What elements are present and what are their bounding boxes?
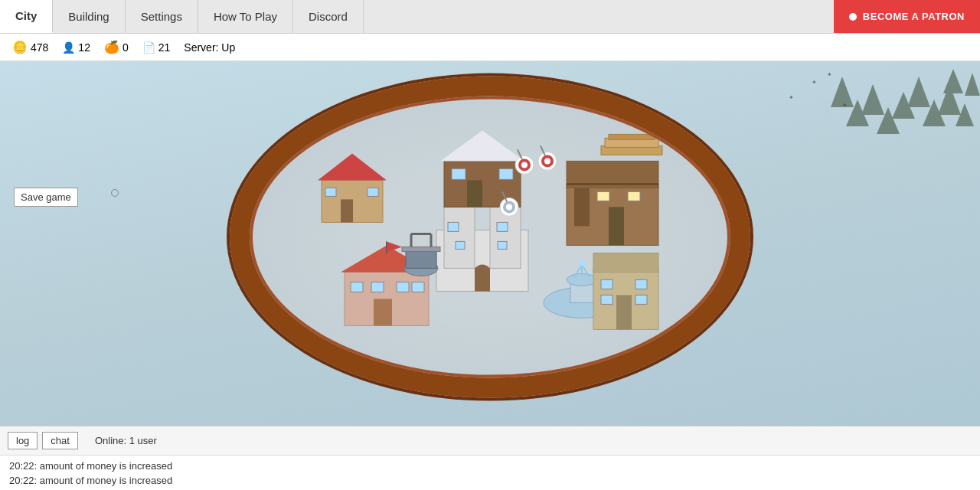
log-area: 20:22: amount of money is increased 20:2… [0, 455, 980, 490]
svg-rect-62 [616, 295, 632, 329]
svg-rect-21 [448, 222, 459, 231]
svg-rect-85 [609, 134, 655, 139]
svg-rect-38 [597, 191, 609, 201]
svg-rect-61 [635, 279, 647, 289]
svg-rect-66 [406, 249, 436, 268]
svg-rect-27 [467, 180, 482, 207]
svg-text:✦: ✦ [827, 71, 832, 78]
svg-rect-53 [371, 282, 384, 292]
nav-howtoplay[interactable]: How To Play [198, 0, 293, 33]
docs-value: 21 [158, 41, 171, 54]
marker-circle [111, 189, 119, 197]
server-label: Server: Up [184, 41, 235, 54]
docs-status: 📄 21 [142, 41, 171, 54]
svg-text:✦: ✦ [842, 102, 848, 109]
svg-marker-9 [965, 73, 980, 96]
svg-rect-54 [397, 282, 409, 292]
people-value: 12 [78, 41, 90, 54]
svg-rect-67 [402, 247, 440, 251]
svg-rect-51 [374, 299, 392, 325]
bg-trees: ✦ ✦ ✦ ✦ [766, 61, 980, 276]
svg-rect-37 [574, 188, 590, 226]
svg-rect-52 [351, 282, 363, 292]
online-info: Online: 1 user [95, 435, 157, 446]
svg-rect-55 [412, 282, 424, 292]
svg-rect-23 [456, 241, 465, 249]
svg-rect-40 [609, 207, 624, 245]
coins-status: 🪙 478 [12, 40, 48, 54]
people-status: 👤 12 [62, 41, 90, 54]
main-nav: City Building Settings How To Play Disco… [0, 0, 980, 34]
patron-label: BECOME A PATRON [863, 11, 965, 22]
svg-point-77 [544, 158, 550, 164]
nav-discord[interactable]: Discord [293, 0, 364, 33]
svg-rect-34 [368, 188, 378, 196]
svg-rect-22 [497, 222, 508, 231]
svg-marker-6 [861, 84, 884, 115]
svg-marker-10 [943, 69, 963, 93]
nav-settings[interactable]: Settings [126, 0, 198, 33]
log-tab-button[interactable]: log [8, 432, 38, 449]
doc-icon: 📄 [142, 41, 155, 54]
svg-rect-32 [341, 199, 353, 222]
log-entry-2: 20:22: amount of money is increased [9, 473, 971, 488]
svg-rect-18 [490, 207, 521, 268]
save-tooltip[interactable]: Save game [14, 188, 78, 207]
patron-icon [849, 13, 857, 21]
svg-point-73 [521, 162, 528, 168]
svg-rect-60 [601, 279, 612, 289]
bottom-bar: log chat Online: 1 user [0, 426, 980, 455]
nav-city[interactable]: City [0, 0, 53, 33]
svg-rect-17 [444, 207, 475, 268]
chat-tab-button[interactable]: chat [42, 432, 78, 449]
person-icon: 👤 [62, 41, 75, 54]
svg-text:✦: ✦ [789, 94, 794, 101]
svg-marker-3 [907, 77, 930, 107]
game-area: ✦ ✦ ✦ ✦ [0, 61, 980, 426]
patron-button[interactable]: BECOME A PATRON [834, 0, 980, 33]
svg-rect-64 [635, 295, 647, 304]
svg-point-48 [579, 260, 585, 266]
svg-rect-59 [593, 253, 658, 272]
coins-value: 478 [31, 41, 48, 54]
svg-rect-39 [628, 191, 640, 201]
log-entry-1: 20:22: amount of money is increased [9, 459, 971, 473]
nav-building[interactable]: Building [53, 0, 125, 33]
city-buildings [245, 92, 735, 383]
oranges-status: 🍊 0 [104, 40, 129, 54]
coin-icon: 🪙 [12, 40, 28, 54]
svg-rect-29 [499, 168, 513, 179]
server-status: Server: Up [184, 41, 235, 54]
orange-icon: 🍊 [104, 40, 119, 54]
svg-rect-28 [452, 168, 466, 179]
svg-rect-24 [498, 241, 507, 249]
nav-spacer [364, 0, 834, 33]
svg-text:✦: ✦ [812, 79, 817, 86]
svg-rect-63 [601, 295, 612, 304]
svg-point-81 [506, 204, 512, 210]
oranges-value: 0 [122, 41, 129, 54]
svg-rect-33 [325, 188, 336, 196]
status-bar: 🪙 478 👤 12 🍊 0 📄 21 Server: Up [0, 34, 980, 61]
